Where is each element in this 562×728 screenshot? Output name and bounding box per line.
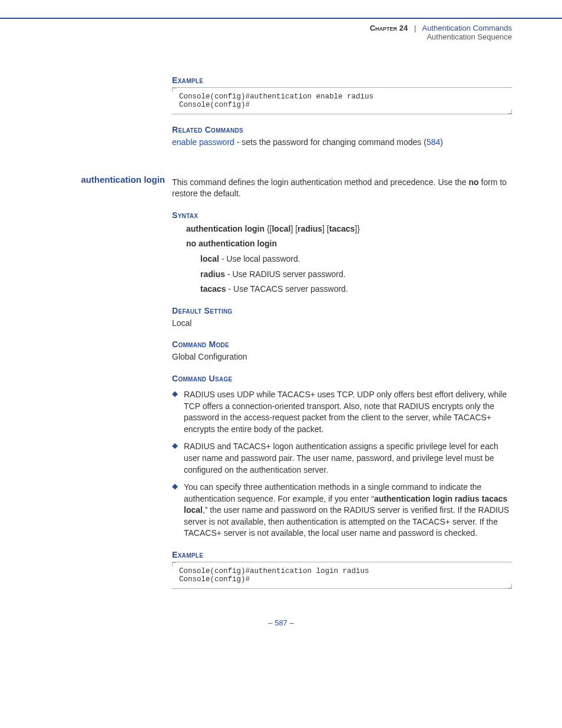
diamond-icon: ◆: [172, 389, 178, 435]
command-description: This command defines the login authentic…: [172, 177, 512, 200]
header-sep: |: [410, 24, 421, 32]
page-header: Chapter 24 | Authentication Commands Aut…: [0, 19, 562, 41]
page-number: – 587 –: [50, 618, 512, 627]
syntax-option-radius: radius - Use RADIUS server password.: [200, 269, 512, 281]
command-mode-text: Global Configuration: [172, 351, 512, 363]
default-setting-text: Local: [172, 318, 512, 330]
chapter-subtitle: Authentication Sequence: [0, 32, 512, 41]
related-commands-heading: Related Commands: [172, 125, 512, 134]
command-usage-heading: Command Usage: [172, 374, 512, 383]
usage-bullet-2: ◆ RADIUS and TACACS+ logon authenticatio…: [172, 441, 512, 476]
example2-heading: Example: [172, 550, 512, 559]
usage-bullet-3: ◆ You can specify three authentication m…: [172, 482, 512, 539]
page-link-584[interactable]: 584: [427, 137, 440, 147]
command-mode-heading: Command Mode: [172, 340, 512, 349]
chapter-label: Chapter 24: [370, 24, 408, 32]
command-name: authentication login: [50, 174, 172, 185]
code-example-2: Console(config)#authentication login rad…: [172, 562, 512, 589]
default-setting-heading: Default Setting: [172, 306, 512, 315]
enable-password-link[interactable]: enable password: [172, 137, 234, 147]
diamond-icon: ◆: [172, 482, 178, 539]
related-commands-text: enable password - sets the password for …: [172, 137, 512, 149]
usage-bullet-1: ◆ RADIUS uses UDP while TACACS+ uses TCP…: [172, 389, 512, 435]
syntax-heading: Syntax: [172, 210, 512, 220]
syntax-line-2: no authentication login: [186, 238, 512, 250]
syntax-option-tacacs: tacacs - Use TACACS server password.: [200, 284, 512, 295]
syntax-line-1: authentication login {[local] [radius] […: [186, 223, 512, 235]
example-heading: Example: [172, 75, 512, 85]
chapter-title: Authentication Commands: [422, 24, 512, 32]
syntax-option-local: local - Use local password.: [200, 253, 512, 265]
code-example-1: Console(config)#authentication enable ra…: [172, 87, 512, 114]
diamond-icon: ◆: [172, 441, 178, 476]
